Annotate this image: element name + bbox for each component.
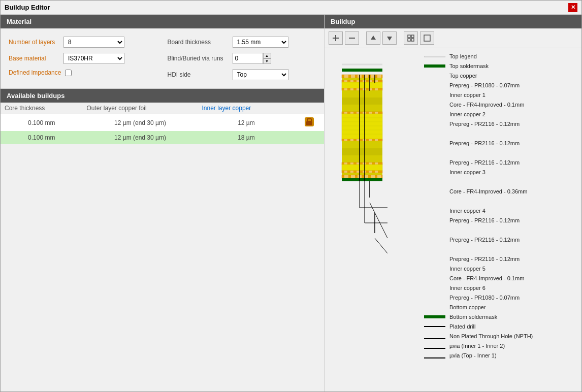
board-thickness-row: Board thickness 0.8 mm 1.0 mm 1.2 mm 1.5…	[168, 37, 316, 48]
base-material-row: Base material FR4 IS370HR IS410	[9, 53, 157, 64]
legend-text-2: Top copper	[449, 73, 477, 79]
blind-buried-down[interactable]: ▼	[263, 58, 271, 64]
main-content: Material Number of layers 4 6 8 10	[1, 15, 581, 391]
svg-rect-45	[342, 114, 382, 139]
svg-rect-14	[351, 75, 355, 78]
legend-item-26: Bottom copper	[424, 303, 573, 311]
defined-impedance-checkbox[interactable]	[65, 70, 72, 76]
legend-item-30: µvia (Inner 1 - Inner 2)	[424, 342, 573, 350]
right-form-col: Board thickness 0.8 mm 1.0 mm 1.2 mm 1.5…	[168, 37, 316, 80]
delete-layer-button[interactable]	[345, 31, 359, 45]
svg-rect-24	[363, 80, 366, 82]
merge-button[interactable]	[420, 31, 434, 45]
svg-rect-84	[342, 178, 382, 181]
move-up-button[interactable]	[366, 31, 380, 45]
svg-rect-2	[349, 38, 355, 39]
base-material-select[interactable]: FR4 IS370HR IS410	[63, 53, 124, 64]
blind-buried-spinners: ▲ ▼	[263, 53, 271, 64]
legend-item-18	[424, 226, 573, 234]
defined-impedance-row: Defined impedance	[9, 69, 157, 76]
split-button[interactable]	[404, 31, 418, 45]
buildup-toolbar	[325, 28, 581, 48]
legend-item-27: Bottom soldermask	[424, 313, 573, 321]
svg-rect-65	[363, 162, 366, 165]
move-down-button[interactable]	[382, 31, 397, 45]
legend-item-7: Prepreg - PR2116 - 0.12mm	[424, 120, 573, 128]
num-layers-row: Number of layers 4 6 8 10 12	[9, 37, 157, 48]
svg-rect-74	[369, 171, 372, 173]
legend-text-17: Prepreg - PR2116 - 0.12mm	[449, 217, 520, 223]
col-inner-copper: Inner layer copper	[198, 103, 295, 114]
legend-text-27: Bottom soldermask	[449, 314, 497, 320]
legend-text-23: Core - FR4-Improved - 0.1mm	[449, 275, 524, 281]
lock-cell	[295, 114, 324, 132]
base-material-label: Base material	[9, 55, 59, 62]
svg-rect-57	[375, 139, 378, 141]
legend-text-26: Bottom copper	[449, 304, 486, 310]
svg-rect-79	[351, 175, 355, 178]
legend-text-19: Prepreg - PR2116 - 0.12mm	[449, 237, 520, 243]
legend-item-28: Plated drill	[424, 322, 573, 331]
svg-rect-58	[342, 141, 382, 148]
legend-item-29: Non Plated Through Hole (NPTH)	[424, 332, 573, 340]
svg-rect-73	[363, 171, 366, 173]
hdi-side-row: HDI side Top Bottom Both	[168, 69, 316, 80]
legend-item-22: Inner copper 5	[424, 265, 573, 273]
buildup-editor-window: Buildup Editor ✕ Material Number of laye…	[0, 0, 582, 392]
legend-item-3: Prepreg - PR1080 - 0.07mm	[424, 81, 573, 89]
svg-rect-39	[344, 112, 347, 114]
num-layers-select[interactable]: 4 6 8 10 12	[63, 37, 124, 48]
blind-buried-up[interactable]: ▲	[263, 53, 271, 58]
buildup-row-0[interactable]: 0.100 mm 12 µm (end 30 µm) 12 µm	[1, 114, 324, 132]
svg-rect-82	[371, 175, 375, 178]
svg-rect-7	[408, 39, 410, 41]
svg-rect-63	[350, 162, 353, 165]
buildups-header: Available buildups	[1, 89, 324, 103]
svg-rect-31	[357, 88, 360, 90]
legend-text-14: Core - FR4-Improved - 0.36mm	[449, 188, 527, 194]
svg-rect-37	[342, 105, 382, 112]
legend-text-16: Inner copper 4	[449, 208, 486, 214]
close-button[interactable]: ✕	[568, 3, 577, 12]
inner-copper-cell: 18 µm	[198, 131, 295, 144]
svg-marker-4	[387, 37, 392, 41]
svg-rect-44	[375, 112, 378, 114]
legend-item-16: Inner copper 4	[424, 207, 573, 215]
buildup-display: Top legendTop soldermaskTop copperPrepre…	[325, 48, 581, 391]
legend-item-11: Prepreg - PR2116 - 0.12mm	[424, 158, 573, 167]
legend-item-31: µvia (Top - Inner 1)	[424, 351, 573, 360]
outer-copper-cell: 12 µm (end 30 µm)	[83, 114, 198, 132]
hdi-side-select[interactable]: Top Bottom Both	[233, 69, 288, 80]
blind-buried-label: Blind/Buried via runs	[168, 55, 229, 62]
legend-text-0: Top legend	[449, 53, 477, 59]
legend-text-9: Prepreg - PR2116 - 0.12mm	[449, 140, 520, 146]
svg-rect-6	[411, 35, 414, 38]
legend-panel: Top legendTop soldermaskTop copperPrepre…	[416, 48, 581, 391]
svg-rect-35	[342, 90, 382, 97]
svg-rect-29	[344, 88, 347, 90]
svg-rect-40	[350, 112, 353, 114]
buildup-row-1[interactable]: 0.100 mm 12 µm (end 30 µm) 18 µm	[1, 131, 324, 144]
svg-rect-62	[344, 162, 347, 165]
blind-buried-input[interactable]	[233, 53, 263, 64]
right-panel: Buildup	[325, 15, 581, 391]
legend-item-6: Inner copper 2	[424, 110, 573, 118]
legend-text-22: Inner copper 5	[449, 266, 486, 272]
board-thickness-select[interactable]: 0.8 mm 1.0 mm 1.2 mm 1.55 mm 2.0 mm	[233, 37, 288, 48]
legend-text-25: Prepreg - PR1080 - 0.07mm	[449, 295, 520, 301]
legend-item-12: Inner copper 3	[424, 168, 573, 176]
legend-item-1: Top soldermask	[424, 62, 573, 70]
legend-text-29: Non Plated Through Hole (NPTH)	[449, 333, 533, 339]
svg-rect-26	[375, 80, 378, 82]
svg-rect-70	[344, 171, 347, 173]
svg-rect-21	[344, 80, 347, 82]
window-title: Buildup Editor	[5, 4, 50, 11]
svg-rect-53	[350, 139, 353, 141]
svg-rect-64	[357, 162, 360, 165]
legend-item-8	[424, 129, 573, 138]
add-layer-button[interactable]	[329, 31, 343, 45]
core-thickness-cell: 0.100 mm	[1, 114, 83, 132]
left-panel: Material Number of layers 4 6 8 10	[1, 15, 325, 391]
lock-cell	[295, 131, 324, 144]
legend-item-19: Prepreg - PR2116 - 0.12mm	[424, 236, 573, 244]
